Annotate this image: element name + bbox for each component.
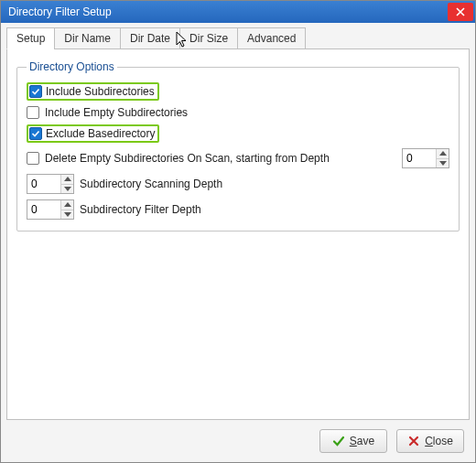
spin-up-button[interactable] xyxy=(61,200,73,210)
directory-options-group: Directory Options Include Subdirectories… xyxy=(16,60,460,232)
group-legend: Directory Options xyxy=(27,60,117,73)
input-filter-depth[interactable] xyxy=(27,200,60,219)
chevron-down-icon xyxy=(439,161,447,166)
titlebar: Directory Filter Setup xyxy=(1,1,475,23)
window-title: Directory Filter Setup xyxy=(8,5,112,18)
close-button-label: Close xyxy=(425,435,453,447)
save-button-label: Save xyxy=(350,435,374,447)
tab-setup[interactable]: Setup xyxy=(6,27,54,49)
spin-down-button[interactable] xyxy=(61,185,73,194)
chevron-down-icon xyxy=(64,187,71,191)
checkbox-exclude-basedirectory[interactable] xyxy=(29,127,42,140)
label-include-subdirectories[interactable]: Include Subdirectories xyxy=(46,85,155,98)
chevron-up-icon xyxy=(64,202,71,207)
checkmark-icon xyxy=(31,129,40,138)
checkmark-icon xyxy=(31,87,40,96)
spin-up-button[interactable] xyxy=(61,175,73,185)
label-include-empty-subdirectories[interactable]: Include Empty Subdirectories xyxy=(45,106,188,119)
dialog-body: Setup Dir Name Dir Date Dir Size Advance… xyxy=(1,23,475,462)
dialog-footer: Save Close xyxy=(6,420,470,457)
spinner-delete-depth[interactable] xyxy=(402,148,449,168)
tabstrip: Setup Dir Name Dir Date Dir Size Advance… xyxy=(6,27,470,48)
label-filter-depth: Subdirectory Filter Depth xyxy=(80,203,201,216)
checkbox-delete-empty-subdirectories[interactable] xyxy=(27,152,39,165)
spinner-filter-depth[interactable] xyxy=(27,199,74,220)
input-delete-depth[interactable] xyxy=(403,149,436,167)
checkbox-include-empty-subdirectories[interactable] xyxy=(27,106,39,119)
window-close-button[interactable] xyxy=(448,3,473,21)
chevron-down-icon xyxy=(64,212,71,217)
spin-down-button[interactable] xyxy=(437,159,449,168)
check-icon xyxy=(332,435,345,447)
chevron-up-icon xyxy=(439,151,447,156)
spinner-scanning-depth[interactable] xyxy=(27,174,74,194)
tab-dir-date[interactable]: Dir Date xyxy=(120,27,179,49)
highlight-include-sub: Include Subdirectories xyxy=(27,82,159,101)
input-scanning-depth[interactable] xyxy=(27,175,60,193)
close-button[interactable]: Close xyxy=(396,429,464,453)
tab-advanced[interactable]: Advanced xyxy=(237,27,306,49)
close-icon xyxy=(456,7,465,16)
spin-up-button[interactable] xyxy=(437,149,449,159)
tab-dir-size[interactable]: Dir Size xyxy=(179,27,237,49)
save-button[interactable]: Save xyxy=(319,429,387,453)
chevron-up-icon xyxy=(64,177,71,181)
x-icon xyxy=(407,435,420,447)
label-scanning-depth: Subdirectory Scanning Depth xyxy=(80,178,222,190)
tab-panel-setup: Directory Options Include Subdirectories… xyxy=(6,48,470,420)
checkbox-include-subdirectories[interactable] xyxy=(29,85,42,98)
highlight-exclude-base: Exclude Basedirectory xyxy=(27,124,159,143)
label-exclude-basedirectory[interactable]: Exclude Basedirectory xyxy=(46,127,155,140)
label-delete-empty-subdirectories[interactable]: Delete Empty Subdirectories On Scan, sta… xyxy=(45,152,330,165)
spin-down-button[interactable] xyxy=(61,210,73,220)
tab-dir-name[interactable]: Dir Name xyxy=(54,27,120,49)
